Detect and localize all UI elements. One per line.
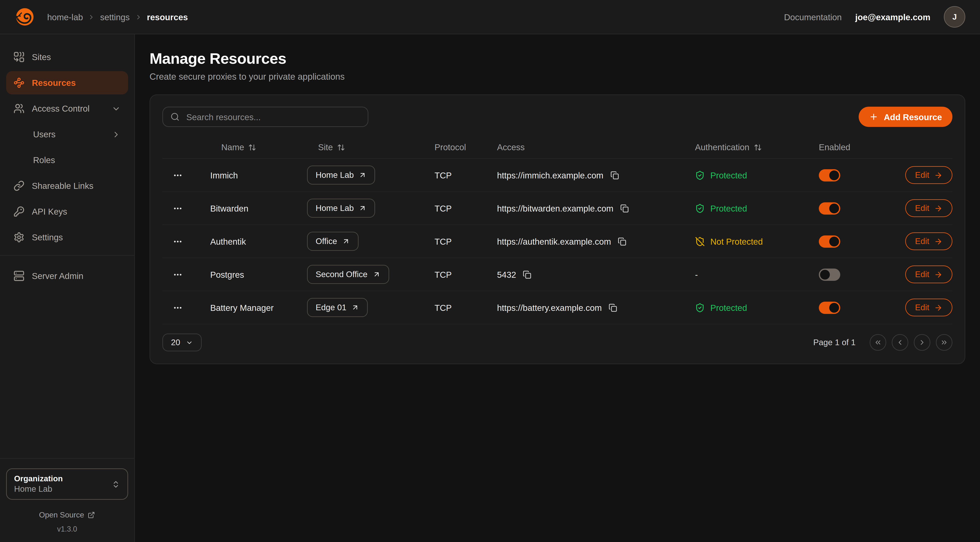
site-link-button[interactable]: Second Office [307, 265, 389, 284]
sidebar-item-access-control[interactable]: Access Control [6, 97, 128, 120]
table-row: ImmichHome LabTCPhttps://immich.example.… [162, 159, 953, 192]
page-size-value: 20 [171, 338, 180, 347]
previous-page-button[interactable] [892, 334, 908, 351]
table-body: ImmichHome LabTCPhttps://immich.example.… [162, 159, 953, 324]
resources-table: Name Site Protocol Access [162, 136, 953, 324]
sidebar-item-api-keys[interactable]: API Keys [6, 200, 128, 223]
row-actions-menu-button[interactable] [162, 269, 210, 279]
breadcrumb-separator-icon [135, 13, 142, 21]
enabled-toggle[interactable] [819, 268, 840, 281]
copy-button[interactable] [609, 303, 617, 312]
search-input[interactable] [185, 112, 360, 123]
edit-label: Edit [915, 237, 929, 246]
edit-button[interactable]: Edit [905, 166, 953, 184]
last-page-button[interactable] [936, 334, 953, 351]
copy-button[interactable] [523, 270, 531, 279]
column-header-label: Protocol [434, 142, 466, 152]
resource-name: Battery Manager [210, 303, 307, 312]
toggle-knob [829, 303, 839, 312]
enabled-toggle[interactable] [819, 202, 840, 214]
sidebar-item-label: Shareable Links [32, 181, 93, 191]
avatar[interactable]: J [944, 6, 965, 27]
chevron-right-icon [111, 130, 121, 139]
column-header-label: Name [221, 142, 244, 152]
sidebar-item-settings[interactable]: Settings [6, 226, 128, 249]
next-page-button[interactable] [914, 334, 931, 351]
table-toolbar: Add Resource [162, 107, 953, 127]
access-url: https://authentik.example.com [497, 236, 611, 246]
row-actions-menu-button[interactable] [162, 203, 210, 213]
sidebar-divider [0, 255, 134, 256]
sidebar-item-server-admin[interactable]: Server Admin [6, 264, 128, 287]
pagination-bar: 20 Page 1 of 1 [162, 333, 953, 351]
access-url: https://battery.example.com [497, 303, 602, 312]
sidebar-item-users[interactable]: Users [6, 123, 128, 146]
site-name: Home Lab [316, 171, 354, 180]
site-name: Edge 01 [316, 303, 347, 312]
column-header-name[interactable]: Name [210, 142, 307, 152]
row-actions-menu-button[interactable] [162, 170, 210, 180]
column-header-label: Access [497, 142, 525, 152]
sidebar-item-label: Server Admin [32, 271, 83, 281]
site-link-button[interactable]: Edge 01 [307, 298, 368, 317]
user-email[interactable]: joe@example.com [855, 12, 931, 22]
first-page-button[interactable] [870, 334, 886, 351]
enabled-toggle[interactable] [819, 235, 840, 247]
page-size-select[interactable]: 20 [162, 333, 202, 351]
copy-button[interactable] [618, 237, 626, 245]
toggle-knob [829, 203, 839, 213]
sort-icon [248, 143, 256, 151]
sidebar-item-roles[interactable]: Roles [6, 148, 128, 172]
edit-label: Edit [915, 204, 929, 213]
sidebar-item-label: Access Control [32, 104, 89, 113]
documentation-link[interactable]: Documentation [784, 12, 842, 22]
table-header-row: Name Site Protocol Access [162, 136, 953, 159]
organization-selector[interactable]: Organization Home Lab [6, 469, 128, 500]
row-actions-menu-button[interactable] [162, 303, 210, 312]
search-icon [170, 112, 180, 121]
copy-icon [523, 270, 531, 279]
site-link-button[interactable]: Home Lab [307, 199, 375, 218]
enabled-toggle[interactable] [819, 169, 840, 181]
auth-status-label: Not Protected [710, 236, 763, 246]
breadcrumb-home-lab[interactable]: home-lab [47, 12, 83, 22]
sidebar-item-shareable-links[interactable]: Shareable Links [6, 174, 128, 198]
breadcrumb-resources[interactable]: resources [147, 12, 188, 22]
auth-status: Not Protected [695, 236, 819, 246]
chevron-down-icon [186, 339, 193, 346]
resources-icon [13, 77, 24, 88]
site-link-button[interactable]: Office [307, 232, 358, 251]
arrow-right-icon [934, 171, 943, 179]
access-url: https://bitwarden.example.com [497, 203, 614, 213]
sort-icon [337, 143, 345, 151]
edit-button[interactable]: Edit [905, 233, 953, 250]
sidebar-item-resources[interactable]: Resources [6, 71, 128, 94]
column-header-access: Access [497, 142, 695, 152]
breadcrumb-settings[interactable]: settings [100, 12, 130, 22]
sidebar-footer: Organization Home Lab Open Source v1.3.0 [6, 458, 128, 533]
column-header-authentication[interactable]: Authentication [695, 142, 819, 152]
edit-button[interactable]: Edit [905, 199, 953, 217]
sidebar-item-label: Resources [32, 78, 76, 88]
sidebar-item-sites[interactable]: Sites [6, 45, 128, 69]
arrow-right-icon [934, 237, 943, 245]
row-actions-menu-button[interactable] [162, 236, 210, 246]
site-name: Home Lab [316, 204, 354, 213]
table-row: AuthentikOfficeTCPhttps://authentik.exam… [162, 225, 953, 258]
copy-button[interactable] [620, 204, 629, 212]
add-resource-button[interactable]: Add Resource [859, 107, 953, 127]
edit-button[interactable]: Edit [905, 298, 953, 316]
table-row: BitwardenHome LabTCPhttps://bitwarden.ex… [162, 192, 953, 225]
access-url: https://immich.example.com [497, 170, 603, 180]
open-source-link[interactable]: Open Source [6, 511, 128, 519]
arrow-right-icon [934, 204, 943, 212]
enabled-toggle[interactable] [819, 301, 840, 314]
auth-status: Protected [695, 203, 819, 213]
column-header-site[interactable]: Site [307, 142, 434, 152]
arrow-right-icon [934, 303, 943, 312]
edit-button[interactable]: Edit [905, 266, 953, 283]
shield-check-icon [695, 303, 705, 312]
copy-button[interactable] [610, 171, 619, 179]
site-link-button[interactable]: Home Lab [307, 166, 375, 185]
copy-icon [609, 303, 617, 312]
